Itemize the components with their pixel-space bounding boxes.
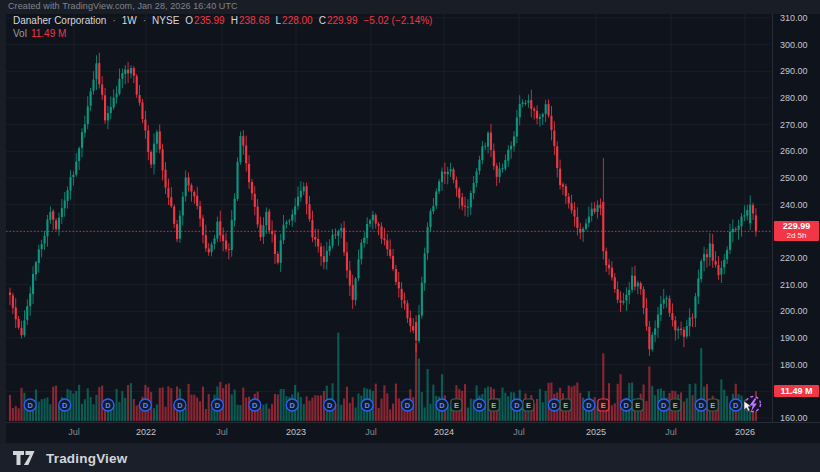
dividend-marker[interactable]: D (361, 399, 373, 411)
price-axis-label: 270.00 (780, 120, 808, 130)
footer: TradingView (0, 444, 820, 472)
svg-text:D: D (27, 401, 33, 410)
tradingview-logo (13, 451, 39, 466)
volume-label: Vol (13, 28, 27, 39)
price-axis-label: 250.00 (780, 173, 808, 183)
close-value: C229.99 (319, 15, 358, 26)
earnings-marker[interactable]: E (451, 399, 462, 411)
earnings-marker[interactable]: E (670, 399, 681, 411)
earnings-marker[interactable]: E (488, 399, 499, 411)
symbol-exchange: NYSE (152, 15, 179, 26)
svg-text:E: E (710, 401, 715, 410)
low-value: L228.00 (276, 15, 313, 26)
symbol-legend[interactable]: Danaher Corporation · 1W · NYSE O235.99 … (13, 15, 432, 26)
dividend-marker[interactable]: D (695, 399, 707, 411)
dividend-marker[interactable]: D (401, 399, 413, 411)
separator-dot: · (143, 15, 146, 26)
svg-text:D: D (364, 401, 370, 410)
svg-text:E: E (491, 401, 496, 410)
svg-text:D: D (215, 401, 221, 410)
earnings-marker[interactable]: E (560, 399, 571, 411)
time-axis-label: Jul (497, 427, 541, 437)
svg-text:D: D (514, 401, 520, 410)
dividend-marker[interactable]: D (324, 399, 336, 411)
price-axis-label: 200.00 (780, 306, 808, 316)
volume-bars (9, 333, 757, 421)
svg-text:E: E (563, 401, 568, 410)
open-value: O235.99 (185, 15, 224, 26)
volume-legend[interactable]: Vol 11.49 M (13, 28, 66, 39)
last-price-badge: 229.99 2d 5h (774, 221, 819, 241)
volume-value: 11.49 M (31, 28, 66, 39)
price-axis-label: 290.00 (780, 66, 808, 76)
dividend-marker[interactable]: D (511, 399, 523, 411)
dividend-marker[interactable]: D (583, 399, 595, 411)
time-axis-label: 2022 (124, 427, 168, 437)
dividend-marker[interactable]: D (211, 399, 223, 411)
separator-dot: · (112, 15, 115, 26)
svg-text:D: D (661, 401, 667, 410)
dividend-marker[interactable]: D (59, 399, 71, 411)
time-axis-label: Jul (52, 427, 96, 437)
tradingview-link[interactable]: TradingView (13, 451, 127, 466)
earnings-marker[interactable]: E (598, 399, 609, 411)
svg-text:E: E (673, 401, 678, 410)
price-axis-label: 260.00 (780, 146, 808, 156)
price-axis-label: 210.00 (780, 280, 808, 290)
svg-text:D: D (552, 401, 558, 410)
bar-countdown: 2d 5h (774, 231, 819, 241)
dividend-marker[interactable]: D (102, 399, 114, 411)
svg-text:E: E (635, 401, 640, 410)
price-axis-label: 190.00 (780, 333, 808, 343)
dividend-marker[interactable]: D (139, 399, 151, 411)
high-value: H238.68 (231, 15, 270, 26)
svg-text:D: D (327, 401, 333, 410)
dividend-marker[interactable]: D (620, 399, 632, 411)
time-axis[interactable]: Jul2022Jul2023Jul2024Jul2025Jul2026 (6, 422, 820, 444)
grid-lines (6, 14, 771, 421)
svg-text:D: D (698, 401, 704, 410)
svg-text:D: D (177, 401, 183, 410)
svg-text:D: D (143, 401, 149, 410)
dividend-marker[interactable]: D (174, 399, 186, 411)
svg-text:E: E (454, 401, 459, 410)
brand-name: TradingView (46, 451, 127, 466)
earnings-marker[interactable]: E (523, 399, 534, 411)
svg-text:E: E (601, 401, 606, 410)
time-axis-label: Jul (349, 427, 393, 437)
earnings-marker[interactable]: E (632, 399, 643, 411)
price-axis-label: 180.00 (780, 360, 808, 370)
symbol-interval: 1W (122, 15, 137, 26)
attribution-text: Created with TradingView.com, Jan 28, 20… (8, 1, 238, 11)
svg-text:E: E (526, 401, 531, 410)
svg-text:D: D (405, 401, 411, 410)
dividend-marker[interactable]: D (286, 399, 298, 411)
time-axis-label: 2025 (574, 427, 618, 437)
earnings-marker[interactable]: E (707, 399, 718, 411)
price-axis-label: 300.00 (780, 40, 808, 50)
price-axis-label: 220.00 (780, 253, 808, 263)
price-axis-label: 280.00 (780, 93, 808, 103)
dividend-marker[interactable]: D (548, 399, 560, 411)
svg-text:D: D (586, 401, 592, 410)
price-axis-label: 240.00 (780, 200, 808, 210)
price-chart-canvas[interactable]: DDDDDDDDDDDDDDDDDDDDEEEEEEEEE (6, 14, 771, 422)
time-axis-label: Jul (200, 427, 244, 437)
dividend-marker[interactable]: D (473, 399, 485, 411)
dividend-marker[interactable]: D (436, 399, 448, 411)
dividend-marker[interactable]: D (249, 399, 261, 411)
price-axis[interactable]: 160.00170.00180.00190.00200.00210.00220.… (772, 14, 820, 422)
svg-text:D: D (439, 401, 445, 410)
svg-text:D: D (733, 401, 739, 410)
svg-text:D: D (477, 401, 483, 410)
dividend-marker[interactable]: D (730, 399, 742, 411)
dividend-marker[interactable]: D (24, 399, 36, 411)
svg-text:D: D (62, 401, 68, 410)
svg-text:D: D (252, 401, 258, 410)
volume-badge: 11.49 M (774, 385, 819, 397)
time-axis-label: 2026 (723, 427, 767, 437)
dividend-marker[interactable]: D (658, 399, 670, 411)
last-price-value: 229.99 (774, 221, 819, 231)
time-axis-label: 2023 (274, 427, 318, 437)
svg-text:D: D (290, 401, 296, 410)
